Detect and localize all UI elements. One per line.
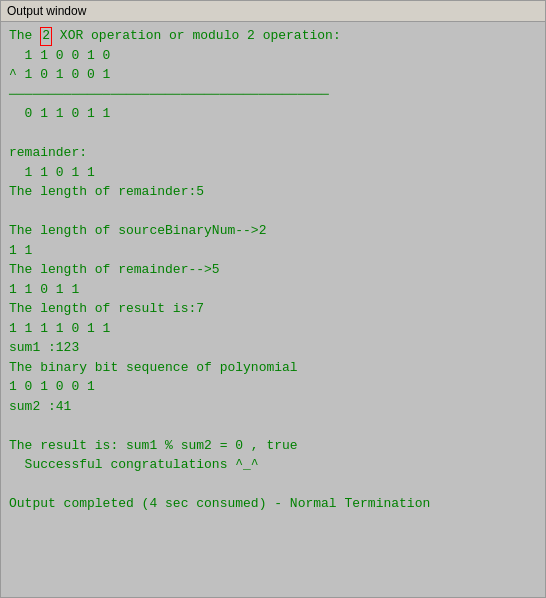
highlighted-number: 2 <box>40 27 52 46</box>
output-line-22: The result is: sum1 % sum2 = 0 , true <box>9 436 537 456</box>
output-line-23: Successful congratulations ^_^ <box>9 455 537 475</box>
output-line-14: 1 1 0 1 1 <box>9 280 537 300</box>
output-line-8: 1 1 0 1 1 <box>9 163 537 183</box>
empty-line-1 <box>9 124 537 144</box>
output-line-18: The binary bit sequence of polynomial <box>9 358 537 378</box>
empty-line-4 <box>9 475 537 495</box>
output-line-25: Output completed (4 sec consumed) - Norm… <box>9 494 537 514</box>
output-divider: ────────────────────────────────────────… <box>9 85 537 105</box>
output-line-9: The length of remainder:5 <box>9 182 537 202</box>
output-line-1: The 2 XOR operation or modulo 2 operatio… <box>9 26 537 46</box>
empty-line-2 <box>9 202 537 222</box>
output-area[interactable]: The 2 XOR operation or modulo 2 operatio… <box>1 22 545 597</box>
window-title: Output window <box>7 4 86 18</box>
output-line-15: The length of result is:7 <box>9 299 537 319</box>
output-line-3: ^ 1 0 1 0 0 1 <box>9 65 537 85</box>
output-line-7: remainder: <box>9 143 537 163</box>
output-line-17: sum1 :123 <box>9 338 537 358</box>
output-line-16: 1 1 1 1 0 1 1 <box>9 319 537 339</box>
output-line-13: The length of remainder-->5 <box>9 260 537 280</box>
output-line-19: 1 0 1 0 0 1 <box>9 377 537 397</box>
title-bar: Output window <box>1 1 545 22</box>
output-line-11: The length of sourceBinaryNum-->2 <box>9 221 537 241</box>
output-window: Output window The 2 XOR operation or mod… <box>0 0 546 598</box>
output-line-5: 0 1 1 0 1 1 <box>9 104 537 124</box>
output-line-20: sum2 :41 <box>9 397 537 417</box>
empty-line-3 <box>9 416 537 436</box>
output-line-12: 1 1 <box>9 241 537 261</box>
output-line-2: 1 1 0 0 1 0 <box>9 46 537 66</box>
